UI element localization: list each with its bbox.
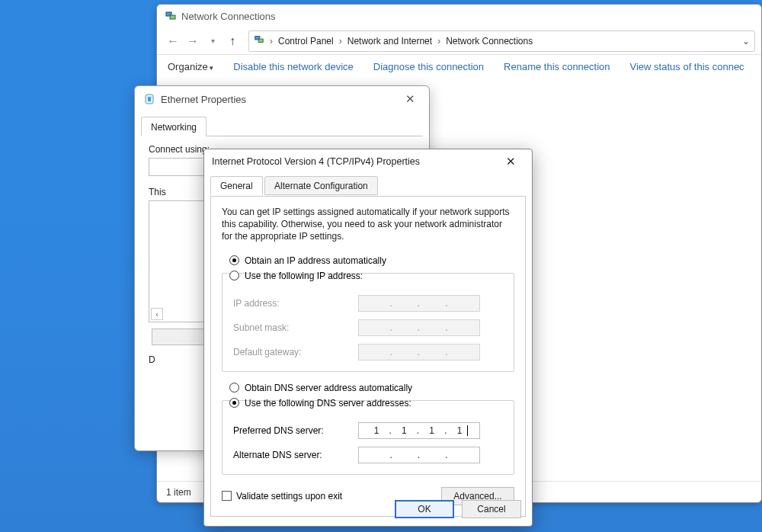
rename-cmd[interactable]: Rename this connection — [504, 61, 610, 72]
ethernet-icon — [142, 92, 156, 106]
window-titlebar: Network Connections — [157, 5, 761, 27]
scroll-left-button[interactable]: ‹ — [151, 308, 163, 320]
view-status-cmd[interactable]: View status of this connec — [630, 61, 744, 72]
ip-address-label: IP address: — [233, 298, 358, 309]
radio-obtain-ip-auto-label: Obtain an IP address automatically — [245, 255, 386, 266]
breadcrumb-item[interactable]: Network Connections — [446, 36, 533, 46]
default-gateway-input: ... — [358, 344, 480, 361]
breadcrumb-item[interactable]: Network and Internet — [347, 36, 432, 46]
computer-icon — [254, 34, 264, 47]
nav-forward-button[interactable]: → — [183, 31, 203, 51]
svg-rect-3 — [258, 39, 263, 42]
command-bar: Organize Disable this network device Dia… — [157, 55, 761, 79]
close-button[interactable]: ✕ — [399, 91, 421, 107]
subnet-mask-label: Subnet mask: — [233, 322, 358, 333]
validate-settings-checkbox[interactable] — [222, 491, 232, 501]
cancel-button[interactable]: Cancel — [462, 500, 521, 518]
window-title: Network Connections — [181, 11, 276, 22]
dns-fields-group: Preferred DNS server: 1. 1. 1. 1 Alterna… — [222, 400, 514, 475]
nav-history-button[interactable]: ▾ — [203, 31, 223, 51]
dialog-title: Internet Protocol Version 4 (TCP/IPv4) P… — [212, 156, 420, 167]
radio-obtain-ip-auto[interactable] — [229, 255, 239, 265]
tab-general[interactable]: General — [210, 176, 263, 195]
tab-bar: General Alternate Configuration — [210, 175, 526, 197]
status-item-count: 1 item — [166, 487, 191, 498]
dialog-titlebar: Ethernet Properties ✕ — [135, 86, 429, 112]
organize-menu[interactable]: Organize — [168, 61, 213, 72]
chevron-down-icon[interactable]: ⌄ — [742, 36, 750, 46]
tab-networking[interactable]: Networking — [141, 117, 207, 136]
radio-use-dns-label: Use the following DNS server addresses: — [245, 398, 411, 409]
address-bar[interactable]: › Control Panel › Network and Internet ›… — [248, 30, 755, 52]
radio-use-ip[interactable] — [229, 271, 239, 280]
network-icon — [165, 10, 177, 22]
chevron-right-icon: › — [339, 36, 342, 46]
dialog-footer: OK Cancel — [395, 500, 521, 518]
intro-text: You can get IP settings assigned automat… — [222, 206, 514, 243]
nav-up-button[interactable]: ↑ — [223, 31, 242, 51]
chevron-right-icon: › — [270, 36, 273, 46]
nav-row: ← → ▾ ↑ › Control Panel › Network and In… — [157, 27, 761, 55]
alternate-dns-label: Alternate DNS server: — [233, 450, 358, 460]
subnet-mask-input: ... — [358, 319, 480, 336]
default-gateway-label: Default gateway: — [233, 347, 358, 357]
ip-fields-group: IP address: ... Subnet mask: ... Default… — [222, 273, 514, 372]
text-cursor — [467, 425, 468, 436]
preferred-dns-label: Preferred DNS server: — [233, 425, 358, 436]
preferred-dns-input[interactable]: 1. 1. 1. 1 — [358, 422, 480, 439]
diagnose-cmd[interactable]: Diagnose this connection — [373, 61, 484, 72]
chevron-right-icon: › — [437, 36, 440, 46]
alternate-dns-input[interactable]: . . . — [358, 447, 480, 463]
svg-rect-7 — [148, 97, 151, 101]
close-button[interactable]: ✕ — [497, 152, 524, 171]
radio-use-dns[interactable] — [229, 398, 239, 408]
ip-address-input: ... — [358, 295, 480, 312]
radio-use-ip-label: Use the following IP address: — [245, 271, 363, 281]
ipv4-properties-dialog: Internet Protocol Version 4 (TCP/IPv4) P… — [203, 149, 533, 527]
tab-alternate-configuration[interactable]: Alternate Configuration — [264, 176, 378, 195]
dialog-title: Ethernet Properties — [161, 94, 246, 105]
dialog-titlebar: Internet Protocol Version 4 (TCP/IPv4) P… — [204, 149, 532, 174]
radio-obtain-dns-auto[interactable] — [229, 383, 239, 393]
general-tab-panel: You can get IP settings assigned automat… — [210, 197, 526, 517]
breadcrumb-item[interactable]: Control Panel — [278, 36, 334, 46]
radio-obtain-dns-auto-label: Obtain DNS server address automatically — [245, 383, 412, 393]
validate-settings-label: Validate settings upon exit — [236, 491, 342, 502]
svg-rect-1 — [170, 15, 175, 19]
tab-bar: Networking — [141, 114, 423, 136]
ok-button[interactable]: OK — [395, 500, 454, 518]
disable-device-cmd[interactable]: Disable this network device — [233, 61, 354, 72]
nav-back-button[interactable]: ← — [163, 31, 183, 51]
